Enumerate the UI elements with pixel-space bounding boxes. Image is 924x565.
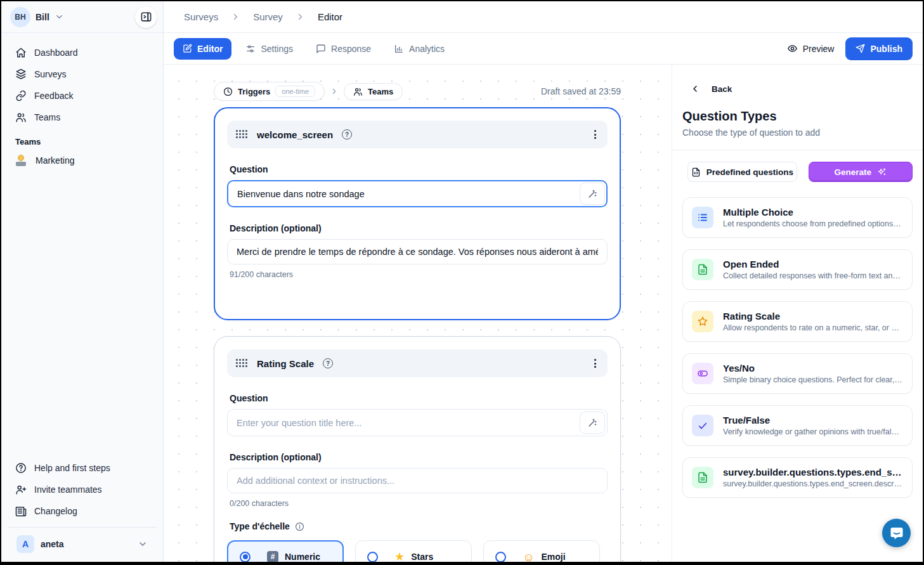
preview-button[interactable]: Preview xyxy=(787,43,835,54)
question-type-yes-no[interactable]: Yes/No Simple binary choice questions. P… xyxy=(682,353,913,394)
radio-unselected[interactable] xyxy=(495,552,506,562)
list-icon xyxy=(692,207,713,228)
chat-bubble-icon xyxy=(889,526,904,541)
question-description-input[interactable] xyxy=(227,468,608,493)
question-card-welcome-screen[interactable]: welcome_screen ? Question Description (o… xyxy=(214,107,621,320)
sidebar-item-dashboard[interactable]: Dashboard xyxy=(8,42,157,63)
scale-option-emoji[interactable]: ☺ Emoji xyxy=(483,540,600,562)
publish-button[interactable]: Publish xyxy=(845,37,913,60)
file-text-icon xyxy=(692,259,713,280)
teams-chip[interactable]: Teams xyxy=(344,83,403,100)
predefined-questions-button[interactable]: Predefined questions xyxy=(687,162,797,182)
back-label: Back xyxy=(712,84,732,94)
sidebar-item-help[interactable]: Help and first steps xyxy=(8,457,157,479)
file-text-icon xyxy=(692,467,713,488)
breadcrumb-survey[interactable]: Survey xyxy=(253,11,283,22)
sidebar-team-marketing[interactable]: Marketing xyxy=(8,150,157,171)
sidebar-item-label: Feedback xyxy=(34,91,73,101)
star-emoji-icon: ★ xyxy=(394,551,405,562)
help-icon[interactable]: ? xyxy=(323,358,333,368)
sidebar-item-label: Surveys xyxy=(34,69,67,79)
question-type-true-false[interactable]: True/False Verify knowledge or gather op… xyxy=(682,405,913,446)
sidebar-toggle-button[interactable] xyxy=(135,6,157,28)
scale-option-stars[interactable]: ★ Stars xyxy=(355,540,472,562)
sidebar-footer: Help and first steps Invite teammates Ch… xyxy=(1,453,163,562)
question-type-title: Open Ended xyxy=(723,259,903,270)
account-name: aneta xyxy=(41,539,64,549)
description-field-label: Description (optional) xyxy=(230,452,608,462)
users-icon xyxy=(353,87,363,96)
question-card-title: Rating Scale xyxy=(257,358,314,369)
workspace-switcher[interactable]: BH Bill xyxy=(1,1,163,33)
char-count: 0/200 characters xyxy=(230,499,608,508)
question-type-end-screen[interactable]: survey.builder.questions.types.end_scr..… xyxy=(682,457,913,498)
question-card-header: Rating Scale ? xyxy=(227,349,608,377)
teams-section-label: Teams xyxy=(11,128,157,150)
question-type-multiple-choice[interactable]: Multiple Choice Let respondents choose f… xyxy=(682,197,913,238)
users-icon xyxy=(15,112,27,123)
question-title-input[interactable] xyxy=(227,409,608,436)
generate-button[interactable]: Generate xyxy=(809,162,913,182)
question-type-rating-scale[interactable]: Rating Scale Allow respondents to rate o… xyxy=(682,301,913,342)
info-icon[interactable] xyxy=(295,522,304,531)
radio-selected[interactable] xyxy=(240,552,251,562)
tab-settings[interactable]: Settings xyxy=(237,38,302,60)
tab-analytics[interactable]: Analytics xyxy=(385,38,453,60)
main-area: Surveys Survey Editor Editor Setting xyxy=(164,1,923,562)
triggers-chip[interactable]: Triggers one-time xyxy=(214,82,325,101)
bar-chart-icon xyxy=(394,44,404,54)
question-type-title: True/False xyxy=(723,415,903,425)
sidebar-item-feedback[interactable]: Feedback xyxy=(8,85,157,107)
scale-type-options: # Numeric ★ Stars ☺ Emoji xyxy=(227,540,608,562)
scale-option-numeric[interactable]: # Numeric xyxy=(227,540,344,562)
newspaper-icon xyxy=(15,505,27,517)
magic-wand-icon[interactable] xyxy=(580,183,605,205)
chevron-down-icon xyxy=(55,12,64,22)
sidebar-item-label: Changelog xyxy=(34,506,77,516)
layers-icon xyxy=(15,68,27,80)
account-avatar: A xyxy=(16,535,34,553)
account-switcher[interactable]: A aneta xyxy=(8,528,157,562)
question-card-title: welcome_screen xyxy=(257,129,333,140)
tab-label: Analytics xyxy=(409,44,445,54)
preview-label: Preview xyxy=(803,44,835,54)
question-field-label: Question xyxy=(230,164,608,174)
back-button[interactable]: Back xyxy=(672,65,923,94)
card-menu-icon[interactable] xyxy=(592,356,599,370)
question-type-description: Simple binary choice questions. Perfect … xyxy=(723,375,903,384)
file-code-icon xyxy=(691,167,701,177)
breadcrumb-surveys[interactable]: Surveys xyxy=(184,11,218,22)
generate-label: Generate xyxy=(835,167,872,177)
sidebar-item-teams[interactable]: Teams xyxy=(8,107,157,128)
chevron-right-icon xyxy=(296,12,305,22)
question-description-input[interactable] xyxy=(227,239,608,264)
char-count: 91/200 characters xyxy=(230,270,608,279)
sidebar-item-invite[interactable]: Invite teammates xyxy=(8,479,157,500)
drag-handle-icon[interactable] xyxy=(236,130,248,139)
chat-launcher-button[interactable] xyxy=(882,519,911,547)
question-type-title: Multiple Choice xyxy=(723,207,903,218)
team-label: Marketing xyxy=(36,155,74,166)
sidebar-item-surveys[interactable]: Surveys xyxy=(8,63,157,85)
magic-wand-icon[interactable] xyxy=(580,412,605,434)
question-type-description: survey.builder.questions.types.end_scree… xyxy=(723,479,903,488)
sidebar-item-label: Teams xyxy=(34,112,60,122)
radio-unselected[interactable] xyxy=(367,552,378,562)
question-title-input[interactable] xyxy=(227,180,608,207)
help-icon[interactable]: ? xyxy=(342,129,352,140)
send-icon xyxy=(856,44,865,53)
sidebar-item-label: Invite teammates xyxy=(34,484,102,495)
question-card-rating-scale[interactable]: Rating Scale ? Question Description (opt… xyxy=(214,336,621,562)
survey-editor-app: BH Bill Dashboard Surv xyxy=(0,0,924,565)
tab-editor[interactable]: Editor xyxy=(174,38,231,60)
description-field-label: Description (optional) xyxy=(230,223,608,233)
tab-response[interactable]: Response xyxy=(307,38,380,60)
question-type-title: Yes/No xyxy=(723,363,903,373)
question-types-panel: Back Question Types Choose the type of q… xyxy=(672,65,923,562)
sidebar-item-changelog[interactable]: Changelog xyxy=(8,500,157,522)
panel-right-icon xyxy=(140,11,152,23)
question-type-description: Let respondents choose from predefined o… xyxy=(723,219,903,228)
card-menu-icon[interactable] xyxy=(592,127,599,141)
drag-handle-icon[interactable] xyxy=(236,359,248,368)
question-type-open-ended[interactable]: Open Ended Collect detailed responses wi… xyxy=(682,249,913,290)
